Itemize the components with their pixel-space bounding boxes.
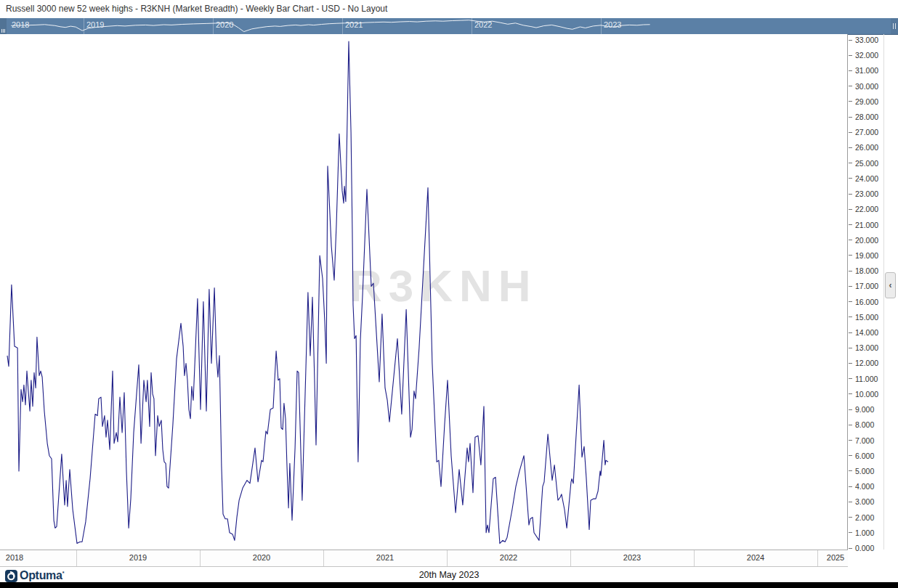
- y-axis-label: 30.000: [855, 82, 878, 91]
- y-axis-label: 22.000: [855, 205, 878, 213]
- y-axis-tick: [849, 194, 852, 195]
- y-axis-label: 9.000: [855, 405, 874, 414]
- y-axis-tick: [849, 101, 852, 102]
- y-axis-label: 23.000: [855, 189, 878, 198]
- y-axis-tick: [849, 286, 852, 287]
- x-axis-cell-divider: [200, 550, 201, 566]
- y-axis-tick: [849, 470, 852, 471]
- y-axis-label: 31.000: [855, 66, 878, 75]
- y-axis-label: 6.000: [855, 452, 874, 460]
- y-axis-tick: [849, 70, 852, 71]
- y-axis-right-divider: [883, 34, 884, 550]
- y-axis-tick: [849, 255, 852, 256]
- x-axis-year-label: 2020: [253, 553, 270, 562]
- y-axis-tick: [849, 393, 852, 394]
- y-axis-label: 2.000: [855, 513, 874, 522]
- y-axis-label: 20.000: [855, 236, 878, 245]
- navigator-year-label: 2022: [474, 20, 492, 29]
- y-axis-label: 11.000: [855, 375, 878, 383]
- x-axis-year-label: 2022: [500, 553, 517, 562]
- navigator-right-handle[interactable]: [891, 18, 898, 34]
- collapse-panel-button[interactable]: ‹: [885, 272, 896, 298]
- y-axis-tick: [849, 178, 852, 179]
- y-axis-tick: [849, 132, 852, 133]
- y-axis-tick: [849, 86, 852, 86]
- y-axis-label: 17.000: [855, 282, 878, 290]
- navigator-left-handle[interactable]: [0, 18, 7, 34]
- y-axis-label: 33.000: [855, 36, 878, 44]
- optuma-swirl-icon: [5, 570, 17, 582]
- y-axis-tick: [849, 209, 852, 210]
- y-axis-tick: [849, 532, 852, 533]
- title-bar: Russell 3000 new 52 week highs - R3KNH (…: [0, 0, 898, 18]
- navigator-year-divider: [601, 18, 602, 34]
- y-axis-tick: [849, 163, 852, 163]
- navigator-year-label: 2019: [86, 20, 104, 29]
- optuma-logo-text: Optuma*: [20, 569, 64, 582]
- y-axis-label: 12.000: [855, 359, 878, 367]
- y-axis-tick: [849, 55, 852, 56]
- y-axis-tick: [849, 317, 852, 317]
- y-axis-tick: [849, 224, 852, 225]
- x-axis-year-label: 2018: [6, 553, 23, 562]
- x-axis-scale[interactable]: 20182019202020212022202320242025: [0, 550, 848, 567]
- y-axis-tick: [849, 240, 852, 240]
- x-axis-year-label: 2025: [827, 553, 844, 562]
- y-axis-tick: [849, 517, 852, 518]
- y-axis-label: 4.000: [855, 482, 874, 491]
- y-axis-label: 15.000: [855, 313, 878, 322]
- y-axis-label: 1.000: [855, 528, 874, 537]
- y-axis-label: 26.000: [855, 143, 878, 152]
- y-axis-scale[interactable]: 0.0001.0002.0003.0004.0005.0006.0007.000…: [847, 34, 898, 565]
- x-axis-year-label: 2024: [747, 553, 764, 562]
- x-axis-cell-divider: [817, 550, 818, 566]
- y-axis-tick: [849, 301, 852, 302]
- x-axis-year-label: 2019: [129, 553, 147, 562]
- y-axis-label: 28.000: [855, 113, 878, 121]
- navigator-bar[interactable]: 201820192020202120222023: [0, 18, 898, 35]
- y-axis-label: 16.000: [855, 298, 878, 306]
- x-axis-cell-divider: [76, 550, 77, 566]
- y-axis-label: 14.000: [855, 328, 878, 337]
- footer-bar: 20th May 2023 Optuma*: [0, 567, 898, 582]
- y-axis-tick: [849, 455, 852, 456]
- y-axis-tick: [849, 117, 852, 118]
- y-axis-tick: [849, 271, 852, 271]
- bottom-black-bar: [0, 582, 898, 588]
- y-axis-tick: [849, 440, 852, 441]
- navigator-year-label: 2020: [216, 20, 233, 29]
- y-axis-label: 3.000: [855, 497, 874, 506]
- navigator-year-divider: [342, 18, 343, 34]
- y-axis-label: 27.000: [855, 128, 878, 136]
- y-axis-label: 0.000: [855, 544, 874, 552]
- optuma-logo: Optuma*: [5, 569, 64, 582]
- chart-date-label: 20th May 2023: [0, 570, 898, 580]
- navigator-year-label: 2023: [604, 20, 621, 29]
- y-axis-tick: [849, 363, 852, 364]
- y-axis-label: 25.000: [855, 159, 878, 168]
- x-axis-year-label: 2021: [376, 553, 394, 562]
- x-axis-cell-divider: [694, 550, 695, 566]
- y-axis-label: 5.000: [855, 467, 874, 475]
- y-axis-tick: [849, 548, 852, 549]
- y-axis-tick: [849, 348, 852, 348]
- navigator-year-divider: [84, 18, 84, 34]
- y-axis-label: 29.000: [855, 97, 878, 106]
- navigator-year-label: 2018: [12, 20, 29, 29]
- navigator-year-label: 2021: [345, 20, 363, 29]
- y-axis-label: 18.000: [855, 266, 878, 275]
- y-axis-label: 10.000: [855, 390, 878, 399]
- y-axis-tick: [849, 486, 852, 487]
- chart-title: Russell 3000 new 52 week highs - R3KNH (…: [6, 4, 387, 14]
- y-axis-tick: [849, 425, 852, 425]
- x-axis-cell-divider: [570, 550, 571, 566]
- y-axis-label: 21.000: [855, 221, 878, 229]
- x-axis-cell-divider: [323, 550, 324, 566]
- y-axis-tick: [849, 378, 852, 379]
- x-axis-year-label: 2023: [623, 553, 641, 562]
- y-axis-tick: [849, 409, 852, 410]
- navigator-year-divider: [472, 18, 472, 34]
- chevron-left-icon: ‹: [889, 280, 892, 290]
- y-axis-label: 32.000: [855, 51, 878, 60]
- y-axis-tick: [849, 332, 852, 333]
